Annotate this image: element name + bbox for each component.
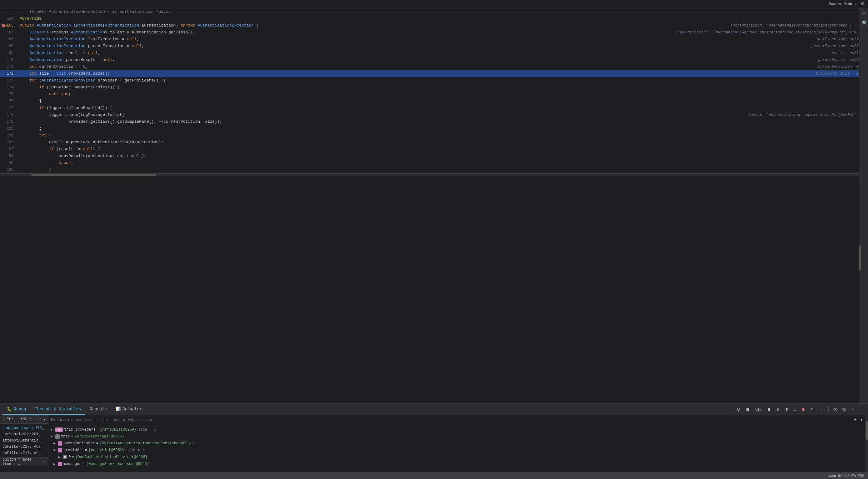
more-button[interactable]: ⋮ [818,406,825,413]
record-button[interactable]: ⏺ [800,406,806,413]
step-into-button[interactable]: ⬆ [784,406,790,413]
variables-panel[interactable]: ▶ oo this.providers = {ArrayList@6959} s… [49,425,866,472]
line-content: Class<?> extends Authentication> toTest … [17,29,673,36]
add-watch-button[interactable]: + [852,417,858,423]
var-equals: = [97,427,99,432]
filter-dropdown[interactable]: ▾ [43,417,45,422]
thread-item-2[interactable]: attemptAuthentic [0,438,48,444]
separator [828,407,829,412]
frame-bar: ✓ "ht...ING ▾ ⊡ ▾ [0,415,48,424]
debug-body: ✓ "ht...ING ▾ ⊡ ▾ ↩ authenticate:172, au… [0,415,868,472]
line-number: 185 [0,161,17,165]
reader-mode-check: ✓ [855,2,857,6]
thread-item-label: doFilter:227, Abs [2,445,41,449]
var-row-messages[interactable]: ▶ i messages = {MessageSourceAccessor@69… [49,460,866,468]
expand-icon[interactable]: ▼ [54,449,58,452]
var-type-icon: ≡ [55,434,60,439]
actuator-icon: 📊 [116,407,121,412]
code-line: 177 if (logger.isTraceEnabled()) { [0,105,859,111]
step-over-button[interactable]: ⬇ [775,406,781,413]
line-content: } [17,166,859,173]
scrollbar-thumb-v[interactable] [859,246,861,270]
reader-mode-button[interactable]: Reader Mode ✓ [829,2,857,6]
expression-input[interactable] [51,418,850,422]
switch-close-button[interactable]: ✕ [43,459,45,464]
var-equals: = [72,455,74,459]
expand-icon[interactable]: ▶ [54,442,58,445]
line-number: 180 [0,126,17,131]
var-name: 0 [68,455,71,459]
panel-settings-button[interactable]: ⋮ [849,406,856,413]
clear-button[interactable]: ✕ [809,406,815,413]
thread-item-3[interactable]: doFilter:227, Abs [0,444,48,450]
debug-tabs-bar: 🐛 Debug Threads & Variables Console 📊 Ac… [0,404,868,415]
thread-item-4[interactable]: doFilter:217, Abs [0,450,48,456]
line-number: 173 [0,78,17,83]
var-row-providers[interactable]: ▶ oo this.providers = {ArrayList@6959} s… [49,426,866,433]
line-content: try { [17,132,859,139]
line-content: int size = this.providers.size(); [17,70,813,77]
var-row-this[interactable]: ▼ ≡ this = {ProviderManager@6930} [49,433,866,440]
horizontal-scrollbar[interactable] [0,173,859,176]
thread-item-1[interactable]: authenticate:201, [0,431,48,438]
scrollbar-thumb[interactable] [31,174,156,176]
debug-panel: 🐛 Debug Threads & Variables Console 📊 Ac… [0,404,868,472]
line-content: public Authentication authenticate(Authe… [17,22,727,29]
var-value: {MessageSourceAccessor@6960} [86,462,149,466]
minimize-button[interactable]: — [859,406,866,413]
var-type-icon: 0 [63,455,67,459]
var-row-providers-inner[interactable]: ▼ i providers = {ArrayList@6959} size = … [49,447,866,454]
thread-item-label: authenticate:172, [6,426,44,430]
code-line: 185 break; [0,160,859,166]
tab-actuator[interactable]: 📊 Actuator [111,404,146,415]
code-line: 179 provider.getClass().getSimpleName(),… [0,118,859,125]
var-name: this.providers [64,427,96,432]
expand-icon[interactable]: ▶ [58,455,63,459]
frame-dropdown[interactable]: ▾ [29,417,31,421]
thread-item-0[interactable]: ↩ authenticate:172, [0,425,48,431]
side-icon-top[interactable]: ≡ [863,10,866,17]
var-row-0[interactable]: ▶ 0 0 = {DaoAuthenticationProvider@6986} [49,454,866,460]
var-name: this [61,434,70,439]
status-text: CSDN @左右右行的笔记 [828,473,864,478]
expand-watch-button[interactable]: ▾ [861,417,863,422]
side-icon-m[interactable]: m [861,1,864,7]
code-line: 181 try { [0,132,859,139]
var-row-eventpublisher[interactable]: ▶ i eventPublisher = {DefaultAuthenticat… [49,440,866,447]
tab-console[interactable]: Console [85,404,111,415]
tab-debug[interactable]: 🐛 Debug [2,404,30,415]
code-line: throws: AuthenticationException – if aut… [0,8,859,15]
filter-icon[interactable]: ⊡ [39,417,41,422]
debug-icon: 🐛 [7,407,12,412]
line-content: for (AuthenticationProvider provider : g… [17,77,859,84]
reader-mode-label: Reader Mode [829,2,853,6]
line-content: logger.trace(LogMessage.format( [17,111,745,118]
code-line: 169 Authentication result = null; result… [0,50,859,57]
expand-icon[interactable]: ▶ [51,428,55,432]
var-value: {DefaultAuthenticationEventPublisher@693… [100,441,194,446]
restart-button[interactable]: ↺ [736,406,742,413]
reader-bar: Reader Mode ✓ m [0,0,868,8]
pause-button[interactable]: ⏸ [766,406,772,413]
expand-icon[interactable]: ▶ [54,462,58,466]
var-value: {ArrayList@6959} [88,448,124,452]
debug-scrollbar[interactable] [866,415,868,472]
var-equals: = [83,462,85,466]
code-editor[interactable]: throws: AuthenticationException – if aut… [0,8,859,404]
tab-threads[interactable]: Threads & Variables [30,404,85,415]
code-line: 166 Class<?> extends Authentication> toT… [0,29,859,36]
step-out-button[interactable]: ⤵ [793,406,797,413]
debug-scroll-thumb[interactable] [866,421,868,440]
close-panel-button[interactable]: ✕ [832,406,839,413]
line-content: Authentication result = null; [17,50,829,57]
line-number: 186 [0,168,17,172]
resume-button[interactable]: ▷▷ [754,406,763,413]
restore-panel-button[interactable]: ⧉ [841,406,847,413]
vertical-scrollbar[interactable] [859,8,861,404]
side-icon-search[interactable]: 🔍 [862,20,867,26]
thread-list[interactable]: ↩ authenticate:172, authenticate:201, at… [0,424,49,457]
var-type-icon: oo [55,427,63,432]
line-number: 171 [0,65,17,69]
stop-button[interactable]: ⏹ [744,406,751,413]
expand-icon[interactable]: ▼ [51,435,55,438]
